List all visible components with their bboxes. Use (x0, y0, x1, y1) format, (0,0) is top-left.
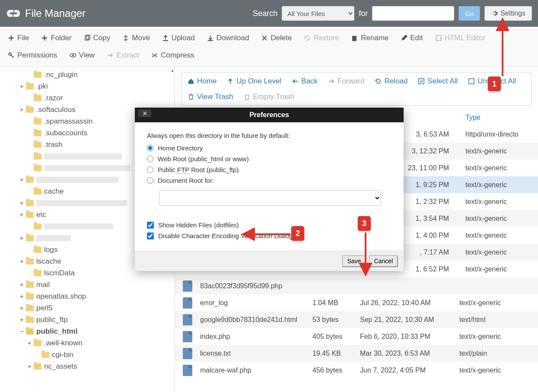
toolbar-file[interactable]: File (3, 30, 34, 46)
toolbar-rename[interactable]: Rename (346, 30, 394, 46)
tree-label: .softaculous (36, 105, 76, 114)
tree-toggle-icon[interactable]: + (19, 211, 24, 218)
folder-icon (26, 83, 34, 89)
close-icon[interactable]: ✕ (138, 109, 151, 117)
toolbar-compress[interactable]: Compress (146, 48, 199, 63)
cell-size: 405 bytes (312, 333, 360, 341)
tree-item-mail[interactable]: +mail (0, 279, 175, 290)
tree-toggle-icon[interactable]: + (19, 281, 24, 288)
toolbar-copy[interactable]: Copy (79, 30, 116, 46)
tree-toggle-icon[interactable]: + (19, 106, 24, 113)
settings-button[interactable]: Settings (484, 6, 532, 21)
search-scope-select[interactable]: All Your Files (282, 6, 354, 21)
tree-item-ncplugin[interactable]: +.nc_plugin (0, 69, 175, 80)
tree-toggle-icon[interactable]: + (19, 176, 24, 183)
tree-item-publicftp[interactable]: +public_ftp (0, 314, 175, 325)
file-icon (183, 365, 192, 376)
tree-item-pki[interactable]: +.pki (0, 80, 175, 92)
toolbar-view[interactable]: View (64, 48, 100, 63)
selectall-icon (418, 78, 425, 85)
folder-icon (26, 293, 34, 300)
table-row[interactable]: google9d0bb78310de241d.html53 bytesSep 2… (175, 311, 538, 328)
tree-toggle-icon[interactable]: + (19, 258, 24, 265)
check-hidden-input[interactable] (147, 222, 154, 229)
tree-label: lscache (36, 257, 61, 266)
search-input[interactable] (372, 6, 454, 21)
radio-home-input[interactable] (147, 145, 153, 151)
nav-view-trash[interactable]: View Trash (188, 92, 233, 101)
tree-label-redacted (36, 177, 118, 183)
toolbar-folder[interactable]: Folder (36, 30, 76, 46)
tree-toggle-icon[interactable]: + (19, 83, 24, 90)
check-hidden-files[interactable]: Show Hidden Files (dotfiles) (147, 221, 392, 229)
tree-toggle-icon[interactable]: + (27, 363, 32, 370)
folder-icon (34, 363, 41, 370)
tree-item-cgibin[interactable]: +cgi-bin (0, 349, 175, 360)
forward-icon (328, 78, 335, 85)
toolbar-upload[interactable]: Upload (157, 30, 200, 46)
folder-icon (34, 247, 41, 253)
folder-icon (26, 177, 34, 183)
col-type[interactable]: Type (465, 114, 530, 121)
docroot-select[interactable] (159, 190, 381, 206)
toolbar-move[interactable]: Move (117, 30, 155, 46)
tree-item-openatlasshop[interactable]: +openatlas.shop (0, 290, 175, 302)
nav-reload[interactable]: Reload (375, 77, 407, 86)
radio-webroot[interactable]: Web Root (public_html or www) (147, 155, 392, 163)
tree-toggle-icon[interactable]: + (19, 305, 24, 312)
cancel-button[interactable]: Cancel (369, 255, 398, 267)
gear-icon (491, 10, 498, 17)
go-button[interactable]: Go (458, 6, 480, 21)
radio-ftp-input[interactable] (147, 166, 153, 173)
nav-home[interactable]: Home (188, 77, 216, 86)
table-row[interactable]: index.php405 bytesFeb 6, 2020, 10:33 PMt… (175, 328, 538, 345)
toolbar-permissions[interactable]: Permissions (3, 48, 63, 63)
nav-select-all[interactable]: Select All (418, 77, 458, 86)
upload-icon (162, 35, 169, 41)
tree-label: logs (44, 245, 57, 254)
cell-type: text/x-generic (459, 299, 530, 307)
tree-item-wellknown[interactable]: +.well-known (0, 337, 175, 349)
radio-docroot-input[interactable] (147, 177, 153, 184)
table-row[interactable]: 83ac0023f3d95f95d99.php (175, 277, 538, 294)
toolbar-delete[interactable]: Delete (256, 30, 297, 46)
tree-label-redacted (44, 153, 122, 159)
scroll-up-icon[interactable]: ▲ (170, 68, 175, 73)
folder-icon (34, 188, 41, 194)
app-title: File Manager (25, 7, 86, 19)
tree-item-publichtml[interactable]: −public_html (0, 325, 175, 337)
radio-webroot-input[interactable] (147, 156, 153, 162)
nav-up-one-level[interactable]: Up One Level (227, 77, 281, 86)
tree-toggle-icon[interactable]: + (19, 293, 24, 300)
tree-label: mail (36, 280, 50, 289)
cell-name: index.php (200, 333, 312, 341)
tree-item-perl5[interactable]: +perl5 (0, 302, 175, 314)
tree-label: lscmData (44, 269, 75, 277)
callout-2: 2 (291, 226, 304, 241)
nav-back[interactable]: Back (292, 77, 318, 86)
tree-toggle-icon[interactable]: + (19, 235, 24, 242)
back-icon (292, 78, 299, 85)
action-toolbar: FileFolderCopyMoveUploadDownloadDeleteRe… (0, 27, 538, 67)
folder-icon (34, 340, 41, 346)
radio-docroot[interactable]: Document Root for: (147, 177, 392, 184)
eye-icon (70, 52, 76, 59)
toolbar-edit[interactable]: Edit (395, 30, 428, 46)
radio-ftp[interactable]: Public FTP Root (public_ftp) (147, 166, 392, 173)
tree-item-razor[interactable]: +.razor (0, 92, 175, 104)
check-encoding-input[interactable] (147, 233, 154, 239)
tree-toggle-icon[interactable]: − (19, 328, 24, 335)
tree-toggle-icon[interactable]: + (27, 340, 32, 347)
compress-icon (151, 52, 158, 59)
table-row[interactable]: malcare-waf.php456 bytesJun 7, 2022, 4:0… (175, 362, 538, 379)
radio-home[interactable]: Home Directory (147, 144, 392, 152)
toolbar-download[interactable]: Download (202, 30, 255, 46)
restore-icon (304, 35, 311, 41)
tree-toggle-icon[interactable]: + (19, 316, 24, 323)
tree-toggle-icon[interactable]: + (19, 200, 24, 207)
table-row[interactable]: error_log1.04 MBJul 26, 2022, 10:40 AMte… (175, 294, 538, 311)
tree-item-ncassets[interactable]: +nc_assets (0, 360, 175, 372)
tree-label: cgi-bin (52, 351, 73, 359)
dialog-titlebar[interactable]: ✕ Preferences (135, 108, 404, 122)
table-row[interactable]: license.txt19.45 KBMar 30, 2023, 6:53 AM… (175, 345, 538, 362)
